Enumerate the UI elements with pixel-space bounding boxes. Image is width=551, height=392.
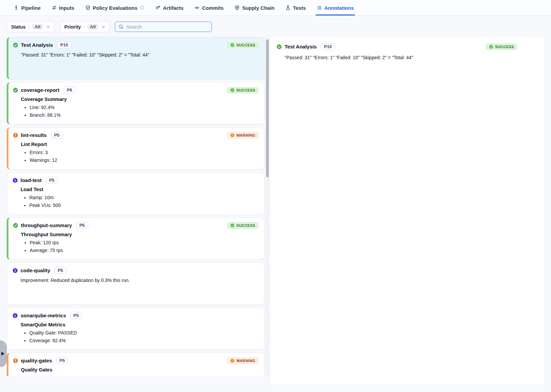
scrollbar-thumb[interactable] xyxy=(266,39,269,177)
info-icon xyxy=(12,313,18,318)
annotation-bullet: Quality Gate: PASSED xyxy=(29,329,259,337)
annotation-bullet: Peak: 120 rps xyxy=(30,239,259,247)
priority-badge: P5 xyxy=(54,267,66,274)
annotation-card-sonarqube-metrics[interactable]: sonarqube-metricsP5SonarQube MetricsQual… xyxy=(7,308,264,350)
artifacts-icon xyxy=(155,5,161,10)
annotation-card-header: Test AnalysisP10SUCCESS xyxy=(13,41,259,48)
status-badge: WARNING xyxy=(227,132,259,139)
tab-label: Annotations xyxy=(324,5,354,11)
annotation-card-code-quality[interactable]: code-qualityP5Improvement: Reduced dupli… xyxy=(7,262,264,305)
tests-icon xyxy=(285,5,291,10)
annotation-bullet: Peak VUs: 500 xyxy=(29,202,259,209)
annotation-body: "Passed: 31" "Errors: 1" "Failed: 10" "S… xyxy=(21,51,259,58)
annotation-card-header: code-qualityP5 xyxy=(12,267,259,274)
annotation-title: load-test xyxy=(21,177,42,183)
annotation-body: Load TestRamp: 10mPeak VUs: 500 xyxy=(21,187,259,209)
tab-policy-evaluations[interactable]: Policy Evaluations xyxy=(85,0,145,15)
priority-badge: P10 xyxy=(321,43,335,50)
tab-pipeline[interactable]: Pipeline xyxy=(13,0,41,15)
annotation-body: Coverage SummaryLine: 92.4%Branch: 88.1% xyxy=(21,97,259,119)
commits-icon xyxy=(194,5,200,10)
annotation-body: Lint ReportErrors: 3Warnings: 12 xyxy=(21,142,259,164)
annotation-card-quality-gates[interactable]: quality-gatesP5WARNINGQuality Gates xyxy=(7,353,264,376)
priority-badge: P5 xyxy=(76,222,88,229)
filters-row: Status All Priority All xyxy=(7,21,551,32)
status-filter-value: All xyxy=(32,24,43,30)
annotation-card-header: load-testP5 xyxy=(12,177,259,184)
annotation-card-coverage-report[interactable]: coverage-reportP6SUCCESSCoverage Summary… xyxy=(7,82,264,124)
annotation-bullet: Average: 75 rps xyxy=(30,247,259,254)
annotation-card-throughput-summary[interactable]: throughput-summaryP5SUCCESSThroughput Su… xyxy=(7,217,264,260)
status-filter-dropdown[interactable]: Status All xyxy=(7,21,55,32)
annotation-bullet-list: Errors: 3Warnings: 12 xyxy=(21,149,259,164)
tab-label: Pipeline xyxy=(21,5,41,11)
annotation-bullet: Branch: 88.1% xyxy=(30,111,259,119)
annotation-bullet-list: Ramp: 10mPeak VUs: 500 xyxy=(21,194,259,209)
annotation-title: code-quality xyxy=(21,268,50,273)
status-badge: WARNING xyxy=(227,357,259,364)
annotation-body-heading: Coverage Summary xyxy=(21,97,259,102)
annotation-title: Test Analysis xyxy=(21,42,53,48)
tab-artifacts[interactable]: Artifacts xyxy=(155,0,184,15)
priority-badge: P5 xyxy=(70,312,82,319)
annotation-detail-header: Test Analysis P10 SUCCESS xyxy=(277,43,517,50)
status-badge-label: SUCCESS xyxy=(236,223,255,227)
annotation-bullet: Warnings: 12 xyxy=(30,156,259,164)
annotation-body: SonarQube MetricsQuality Gate: PASSEDCov… xyxy=(21,322,259,345)
annotation-card-load-test[interactable]: load-testP5Load TestRamp: 10mPeak VUs: 5… xyxy=(7,172,264,215)
annotation-card-test-analysis[interactable]: Test AnalysisP10SUCCESS"Passed: 31" "Err… xyxy=(7,37,264,79)
annotation-bullet: Ramp: 10m xyxy=(29,194,259,202)
annotation-body-heading: Quality Gates xyxy=(21,367,259,372)
annotations-icon xyxy=(317,5,322,10)
tab-label: Policy Evaluations xyxy=(93,5,138,11)
annotation-body-heading: Load Test xyxy=(21,187,259,192)
status-badge: SUCCESS xyxy=(227,42,259,48)
annotations-list: Test AnalysisP10SUCCESS"Passed: 31" "Err… xyxy=(0,37,264,376)
priority-badge: P6 xyxy=(63,86,75,94)
status-filter-label: Status xyxy=(11,24,26,30)
annotation-card-lint-results[interactable]: lint-resultsP5WARNINGLint ReportErrors: … xyxy=(7,127,264,170)
info-icon xyxy=(12,268,18,273)
annotation-title: sonarqube-metrics xyxy=(21,313,66,318)
annotation-bullet-list: Line: 92.4%Branch: 88.1% xyxy=(21,104,259,119)
scrollbar-track[interactable] xyxy=(265,37,269,376)
search-input[interactable] xyxy=(126,24,208,30)
info-icon xyxy=(12,178,18,183)
annotation-card-header: coverage-reportP6SUCCESS xyxy=(13,86,259,94)
annotation-title: lint-results xyxy=(21,132,47,138)
status-badge: SUCCESS xyxy=(486,43,517,50)
tab-tests[interactable]: Tests xyxy=(285,0,306,15)
tab-commits[interactable]: Commits xyxy=(194,0,224,15)
annotation-detail-panel: Test Analysis P10 SUCCESS "Passed: 31" "… xyxy=(269,37,545,385)
tab-inputs[interactable]: Inputs xyxy=(52,0,74,15)
annotation-detail-title: Test Analysis xyxy=(285,44,317,49)
annotation-body-heading: SonarQube Metrics xyxy=(21,322,259,327)
priority-filter-dropdown[interactable]: Priority All xyxy=(60,21,110,32)
tab-label: Commits xyxy=(202,5,224,11)
annotations-list-pane: Test AnalysisP10SUCCESS"Passed: 31" "Err… xyxy=(0,37,269,376)
search-box[interactable] xyxy=(115,22,212,32)
annotation-body-heading: Lint Report xyxy=(21,142,259,147)
priority-badge: P5 xyxy=(46,177,58,184)
annotation-body-heading: Throughput Summary xyxy=(21,232,259,237)
annotation-body: Quality Gates xyxy=(21,367,259,372)
tab-bar: PipelineInputsPolicy EvaluationsArtifact… xyxy=(0,0,551,16)
divider xyxy=(29,24,29,30)
tab-supply-chain[interactable]: Supply Chain xyxy=(234,0,274,15)
expand-drawer-handle[interactable] xyxy=(0,341,6,367)
search-icon xyxy=(119,24,124,29)
priority-filter-value: All xyxy=(87,24,98,30)
supply-chain-icon xyxy=(234,5,240,10)
annotations-content: Test AnalysisP10SUCCESS"Passed: 31" "Err… xyxy=(0,37,551,391)
status-badge-label: SUCCESS xyxy=(495,45,514,49)
annotation-detail-body: "Passed: 31" "Errors: 1" "Failed: 10" "S… xyxy=(285,55,517,60)
status-badge: SUCCESS xyxy=(227,87,259,94)
status-badge-label: WARNING xyxy=(236,359,255,363)
annotation-title: coverage-report xyxy=(21,87,59,93)
tab-label: Tests xyxy=(293,5,306,11)
annotation-card-header: lint-resultsP5WARNING xyxy=(13,132,259,139)
annotation-title: throughput-summary xyxy=(21,222,72,228)
success-icon xyxy=(13,223,18,228)
chevron-down-icon xyxy=(46,25,50,29)
tab-annotations[interactable]: Annotations xyxy=(317,0,354,15)
